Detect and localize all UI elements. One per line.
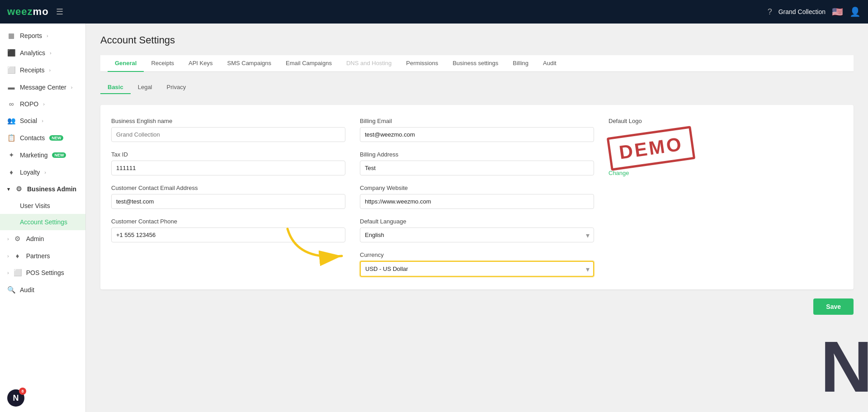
- tab-email[interactable]: Email Campaigns: [278, 55, 339, 72]
- customer-email-input[interactable]: [111, 194, 345, 209]
- business-admin-icon: ⚙: [14, 185, 23, 193]
- sidebar-item-loyalty[interactable]: ♦ Loyalty ›: [0, 164, 85, 180]
- sidebar-item-ropo[interactable]: ∞ ROPO ›: [0, 95, 85, 112]
- sidebar-item-label: Message Center: [20, 84, 66, 91]
- sidebar-item-label: Receipts: [20, 66, 44, 74]
- sidebar-item-label: User Visits: [20, 202, 50, 209]
- save-btn-container: Save: [100, 298, 854, 315]
- billing-address-input[interactable]: [360, 161, 594, 175]
- social-icon: 👥: [7, 117, 15, 125]
- main-content: Account Settings General Receipts API Ke…: [86, 24, 868, 412]
- sidebar-item-label: POS Settings: [26, 269, 64, 276]
- tab-general[interactable]: General: [108, 55, 144, 72]
- sidebar-item-reports[interactable]: ▦ Reports ›: [0, 27, 85, 44]
- sidebar-item-business-admin[interactable]: ▾ ⚙ Business Admin: [0, 180, 85, 198]
- tab2-basic[interactable]: Basic: [100, 81, 131, 94]
- tab-api-keys[interactable]: API Keys: [181, 55, 220, 72]
- chevron-right-icon: ›: [50, 50, 52, 56]
- sidebar-item-pos-settings[interactable]: › ⬜ POS Settings: [0, 264, 85, 281]
- chevron-right-icon: ›: [42, 118, 43, 123]
- primary-tabs: General Receipts API Keys SMS Campaigns …: [100, 55, 854, 72]
- new-badge: NEW: [49, 135, 63, 141]
- customer-email-label: Customer Contact Email Address: [111, 185, 345, 191]
- form-col-3: Default Logo DEMO Change: [609, 118, 843, 277]
- chevron-right-icon: ›: [43, 101, 45, 107]
- business-name-input[interactable]: [111, 127, 345, 142]
- sidebar-item-analytics[interactable]: ⬛ Analytics ›: [0, 44, 85, 62]
- billing-email-input[interactable]: [360, 127, 594, 142]
- chevron-right-icon: ›: [49, 67, 51, 73]
- billing-address-group: Billing Address: [360, 151, 594, 175]
- tab-dns: DNS and Hosting: [339, 55, 399, 72]
- analytics-icon: ⬛: [7, 49, 15, 57]
- sidebar-item-partners[interactable]: › ♦ Partners: [0, 247, 85, 264]
- page-title: Account Settings: [100, 34, 854, 46]
- secondary-tabs: Basic Legal Privacy: [100, 81, 854, 94]
- sidebar-item-audit[interactable]: 🔍 Audit: [0, 281, 85, 298]
- tab-business[interactable]: Business settings: [445, 55, 505, 72]
- tab2-legal[interactable]: Legal: [131, 81, 160, 94]
- partners-icon: ♦: [14, 252, 22, 260]
- tab-audit[interactable]: Audit: [536, 55, 564, 72]
- sidebar-item-receipts[interactable]: ⬜ Receipts ›: [0, 62, 85, 79]
- company-website-group: Company Website: [360, 185, 594, 209]
- chevron-right-icon: ›: [7, 236, 9, 242]
- app-body: ▦ Reports › ⬛ Analytics › ⬜ Receipts › ▬…: [0, 24, 868, 412]
- topnav-right: ? Grand Collection 🇺🇸 👤: [768, 6, 861, 17]
- tab-sms[interactable]: SMS Campaigns: [220, 55, 278, 72]
- chevron-right-icon: ›: [7, 253, 9, 259]
- customer-phone-group: Customer Contact Phone: [111, 218, 345, 242]
- billing-address-label: Billing Address: [360, 151, 594, 158]
- tab-billing[interactable]: Billing: [505, 55, 536, 72]
- form-col-1: Business English name Tax ID Customer Co…: [111, 118, 345, 277]
- sidebar-item-user-visits[interactable]: User Visits: [0, 198, 85, 214]
- notification-badge: 8: [19, 388, 26, 395]
- form-grid: Business English name Tax ID Customer Co…: [111, 118, 843, 277]
- admin-icon: ⚙: [14, 235, 22, 243]
- tab-permissions[interactable]: Permissions: [399, 55, 445, 72]
- chevron-right-icon: ›: [44, 170, 46, 175]
- company-website-label: Company Website: [360, 185, 594, 191]
- save-button[interactable]: Save: [813, 298, 854, 315]
- chevron-down-icon: ▾: [7, 186, 10, 192]
- sidebar-item-label: Social: [20, 117, 37, 124]
- sidebar-item-label: Contacts: [20, 134, 45, 142]
- sidebar-item-contacts[interactable]: 📋 Contacts NEW: [0, 129, 85, 147]
- default-language-select[interactable]: English: [360, 227, 594, 242]
- hamburger-icon[interactable]: ☰: [56, 7, 63, 17]
- form-card: Business English name Tax ID Customer Co…: [100, 105, 854, 289]
- help-icon[interactable]: ?: [768, 7, 772, 17]
- tab-receipts[interactable]: Receipts: [144, 55, 181, 72]
- sidebar-item-account-settings[interactable]: Account Settings: [0, 214, 85, 230]
- sidebar-item-label: Reports: [20, 32, 42, 39]
- sidebar-item-admin[interactable]: › ⚙ Admin: [0, 230, 85, 247]
- sidebar-item-label: Marketing: [20, 152, 47, 159]
- sidebar-item-label: ROPO: [20, 100, 38, 108]
- sidebar-item-marketing[interactable]: ✦ Marketing NEW: [0, 147, 85, 164]
- default-language-label: Default Language: [360, 218, 594, 225]
- tab2-privacy[interactable]: Privacy: [160, 81, 193, 94]
- customer-phone-input[interactable]: [111, 227, 345, 242]
- sidebar: ▦ Reports › ⬛ Analytics › ⬜ Receipts › ▬…: [0, 24, 86, 412]
- sidebar-item-message-center[interactable]: ▬ Message Center ›: [0, 79, 85, 95]
- billing-email-label: Billing Email: [360, 118, 594, 124]
- customer-phone-label: Customer Contact Phone: [111, 218, 345, 225]
- receipts-icon: ⬜: [7, 66, 15, 74]
- reports-icon: ▦: [7, 32, 15, 40]
- flag-icon[interactable]: 🇺🇸: [832, 6, 843, 17]
- logo: weezmo: [7, 6, 49, 18]
- currency-select[interactable]: USD - US Dollar EUR - Euro GBP - British…: [360, 261, 594, 277]
- sidebar-item-label: Admin: [26, 235, 44, 242]
- change-link[interactable]: Change: [609, 170, 629, 176]
- sidebar-item-label: Account Settings: [20, 218, 67, 226]
- avatar[interactable]: N 8: [7, 389, 24, 407]
- chevron-right-icon: ›: [47, 33, 48, 38]
- message-icon: ▬: [7, 83, 15, 91]
- user-icon[interactable]: 👤: [849, 6, 861, 17]
- default-language-group: Default Language English: [360, 218, 594, 242]
- company-website-input[interactable]: [360, 194, 594, 209]
- sidebar-item-social[interactable]: 👥 Social ›: [0, 112, 85, 129]
- loyalty-icon: ♦: [7, 168, 15, 176]
- pos-icon: ⬜: [14, 269, 22, 277]
- tax-id-input[interactable]: [111, 161, 345, 175]
